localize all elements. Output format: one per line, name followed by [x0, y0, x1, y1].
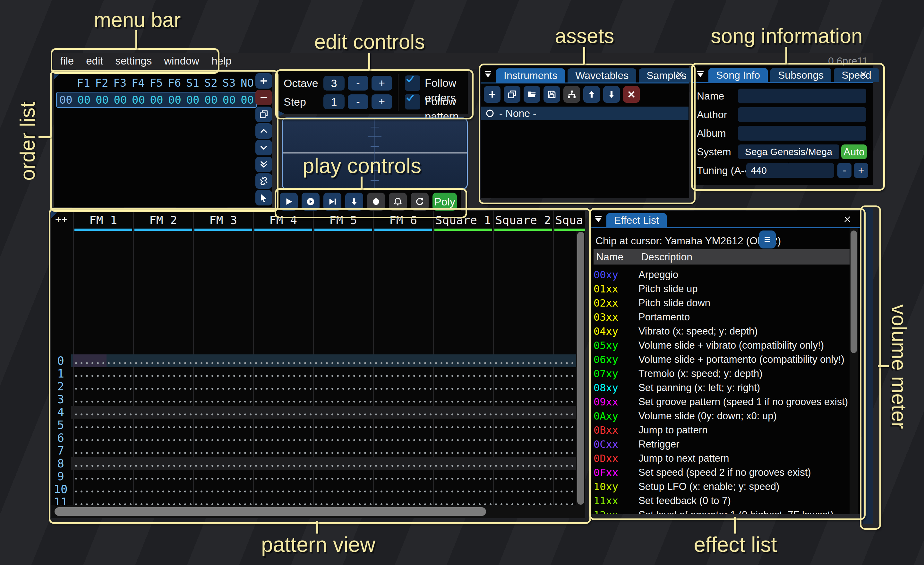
close-icon[interactable] — [675, 70, 685, 79]
pattern-cell[interactable] — [373, 380, 433, 393]
pattern-cell[interactable] — [73, 431, 133, 444]
effect-row-03xx[interactable]: 03xxPortamento — [594, 310, 856, 324]
collapse-window-icon[interactable] — [483, 70, 493, 79]
remove-order-button[interactable] — [255, 90, 272, 105]
pattern-cell[interactable] — [253, 355, 313, 367]
pattern-cell[interactable] — [313, 483, 373, 496]
save-instrument-button[interactable] — [543, 86, 560, 103]
open-instrument-button[interactable] — [524, 86, 540, 103]
pattern-cell[interactable] — [373, 367, 433, 380]
duplicate-to-end-button[interactable] — [255, 157, 272, 172]
pattern-cell[interactable] — [493, 367, 553, 380]
channel-header-fm-1[interactable]: FM 1 — [73, 212, 133, 228]
pattern-cell[interactable] — [493, 444, 553, 457]
pattern-cell[interactable] — [193, 470, 253, 483]
channel-header-fm-5[interactable]: FM 5 — [313, 212, 373, 228]
move-order-up-button[interactable] — [255, 123, 272, 139]
menu-item-file[interactable]: file — [54, 53, 80, 69]
pattern-cell[interactable] — [253, 393, 313, 406]
pattern-cell[interactable] — [253, 470, 313, 483]
pattern-cell[interactable] — [373, 393, 433, 406]
channel-header-square-3[interactable]: Square 3 — [553, 212, 585, 228]
channel-header-fm-6[interactable]: FM 6 — [373, 212, 433, 228]
effect-row-00xy[interactable]: 00xyArpeggio — [594, 268, 856, 282]
pattern-cell[interactable] — [433, 367, 493, 380]
pattern-cell[interactable] — [493, 380, 553, 393]
pattern-cell[interactable] — [193, 367, 253, 380]
pattern-cell[interactable] — [433, 431, 493, 444]
pattern-cell[interactable] — [493, 393, 553, 406]
pattern-cell[interactable] — [73, 444, 133, 457]
effect-row-0Bxx[interactable]: 0BxxJump to pattern — [594, 423, 856, 437]
pattern-cell[interactable] — [73, 406, 133, 419]
pattern-cell[interactable] — [193, 355, 253, 367]
pattern-cell[interactable] — [133, 393, 193, 406]
pattern-cell[interactable] — [433, 419, 493, 431]
pattern-cell[interactable] — [433, 406, 493, 419]
pattern-cell[interactable] — [493, 457, 553, 470]
pattern-cell[interactable] — [493, 483, 553, 496]
instrument-folders-button[interactable] — [563, 86, 580, 103]
effect-row-0Axy[interactable]: 0AxyVolume slide (0y: down; x0: up) — [594, 409, 856, 423]
octave-increase-button[interactable]: + — [372, 76, 392, 90]
pattern-cell[interactable] — [253, 457, 313, 470]
pattern-cell[interactable] — [313, 393, 373, 406]
channel-header-fm-3[interactable]: FM 3 — [193, 212, 253, 228]
effect-row-0Cxx[interactable]: 0CxxRetrigger — [594, 437, 856, 451]
pattern-cell[interactable] — [73, 457, 133, 470]
channel-header-square-1[interactable]: Square 1 — [433, 212, 493, 228]
pattern-cell[interactable] — [253, 444, 313, 457]
vertical-scrollbar[interactable] — [577, 232, 584, 505]
system-selector[interactable]: Sega Genesis/Mega Drive — [738, 144, 839, 159]
tab-samples[interactable]: Samples — [639, 68, 694, 83]
follow-pattern-checkbox[interactable] — [405, 94, 420, 110]
step-value[interactable]: 1 — [323, 95, 345, 109]
pattern-cell[interactable] — [493, 431, 553, 444]
octave-decrease-button[interactable]: - — [348, 76, 368, 90]
pattern-cell[interactable] — [373, 406, 433, 419]
pattern-cell[interactable] — [73, 355, 133, 367]
menu-item-help[interactable]: help — [206, 53, 237, 69]
effect-row-05xy[interactable]: 05xyVolume slide + vibrato (compatibilit… — [594, 338, 856, 353]
order-cell-S1[interactable]: 00 — [184, 93, 202, 106]
pattern-cell[interactable] — [493, 355, 553, 367]
effect-row-06xy[interactable]: 06xyVolume slide + portamento (compatibi… — [594, 353, 856, 367]
pattern-cell[interactable] — [133, 367, 193, 380]
pattern-cell[interactable] — [73, 393, 133, 406]
pattern-cell[interactable] — [433, 355, 493, 367]
pattern-corner-button[interactable]: ++ — [55, 213, 68, 225]
effect-row-04xy[interactable]: 04xyVibrato (x: speed; y: depth) — [594, 324, 856, 338]
tuning-decrease-button[interactable]: - — [837, 163, 852, 178]
poly-button[interactable]: Poly — [432, 192, 457, 210]
deep-clone-button[interactable] — [255, 173, 272, 189]
step-one-row-button[interactable] — [345, 192, 363, 210]
step-increase-button[interactable]: + — [372, 95, 392, 109]
name-field[interactable] — [738, 89, 866, 104]
pattern-cell[interactable] — [73, 367, 133, 380]
vertical-scrollbar[interactable] — [850, 230, 857, 353]
channel-header-fm-2[interactable]: FM 2 — [133, 212, 193, 228]
duplicate-instrument-button[interactable] — [504, 86, 520, 103]
pattern-cell[interactable] — [133, 483, 193, 496]
pattern-cell[interactable] — [433, 483, 493, 496]
author-field[interactable] — [738, 107, 866, 122]
pattern-cell[interactable] — [253, 419, 313, 431]
duplicate-order-button[interactable] — [255, 107, 272, 122]
pattern-cell[interactable] — [313, 431, 373, 444]
pattern-cell[interactable] — [193, 419, 253, 431]
pattern-cell[interactable] — [73, 470, 133, 483]
system-auto-button[interactable]: Auto — [841, 144, 867, 159]
order-cell-F6[interactable]: 00 — [165, 93, 184, 106]
instrument-list-item[interactable]: - None - — [481, 107, 688, 120]
order-cell-F1[interactable]: 00 — [75, 93, 93, 106]
play-button[interactable] — [280, 192, 298, 210]
pattern-cell[interactable] — [193, 431, 253, 444]
follow-orders-checkbox[interactable] — [405, 75, 420, 91]
tab-effect-list[interactable]: Effect List — [606, 213, 667, 227]
order-change-mode-button[interactable] — [255, 190, 272, 206]
pattern-cell[interactable] — [313, 457, 373, 470]
pattern-cell[interactable] — [73, 380, 133, 393]
pattern-cell[interactable] — [493, 406, 553, 419]
pattern-cell[interactable] — [253, 406, 313, 419]
add-instrument-button[interactable] — [484, 86, 501, 103]
